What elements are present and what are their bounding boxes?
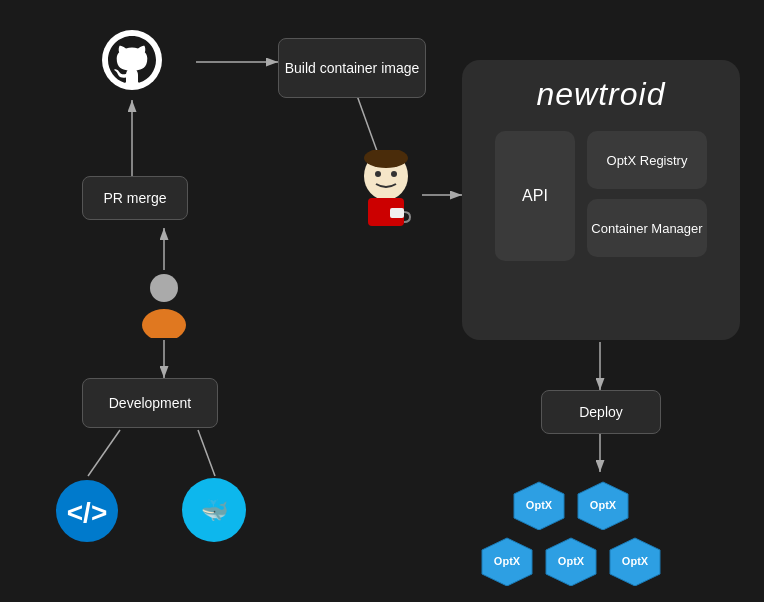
svg-point-13	[142, 309, 186, 338]
build-container-box: Build container image	[278, 38, 426, 98]
newtroid-title: newtroid	[537, 76, 666, 113]
hex-2: OptX	[576, 480, 630, 530]
svg-line-7	[88, 430, 120, 476]
optx-hexagons: OptX OptX OptX OptX	[480, 480, 662, 586]
svg-point-20	[375, 171, 381, 177]
hex-label-5: OptX	[622, 555, 648, 567]
newtroid-container: newtroid API OptX Registry Container Man…	[462, 60, 740, 340]
development-box: Development	[82, 378, 218, 428]
newtroid-right: OptX Registry Container Manager	[587, 131, 707, 261]
hex-label-1: OptX	[526, 499, 552, 511]
github-icon	[100, 28, 164, 92]
newtroid-inner: API OptX Registry Container Manager	[477, 131, 725, 261]
pr-merge-box: PR merge	[82, 176, 188, 220]
svg-text:🐳: 🐳	[201, 497, 229, 524]
svg-text:</>: </>	[67, 497, 107, 528]
vscode-icon: </>	[52, 478, 122, 544]
hex-row-1: OptX OptX	[512, 480, 630, 530]
svg-point-21	[391, 171, 397, 177]
svg-line-8	[198, 430, 215, 476]
container-manager-box: Container Manager	[587, 199, 707, 257]
hex-4: OptX	[544, 536, 598, 586]
hex-label-2: OptX	[590, 499, 616, 511]
optx-registry-box: OptX Registry	[587, 131, 707, 189]
person-icon	[134, 270, 194, 338]
api-box: API	[495, 131, 575, 261]
hex-3: OptX	[480, 536, 534, 586]
hex-5: OptX	[608, 536, 662, 586]
svg-rect-23	[390, 208, 404, 218]
hex-row-2: OptX OptX OptX	[480, 536, 662, 586]
jenkins-icon	[350, 150, 422, 230]
hex-1: OptX	[512, 480, 566, 530]
svg-point-12	[150, 274, 178, 302]
docker-icon: 🐳	[178, 476, 250, 544]
architecture-diagram: Build container image PR merge Developme…	[0, 0, 764, 602]
hex-label-3: OptX	[494, 555, 520, 567]
hex-label-4: OptX	[558, 555, 584, 567]
deploy-box: Deploy	[541, 390, 661, 434]
